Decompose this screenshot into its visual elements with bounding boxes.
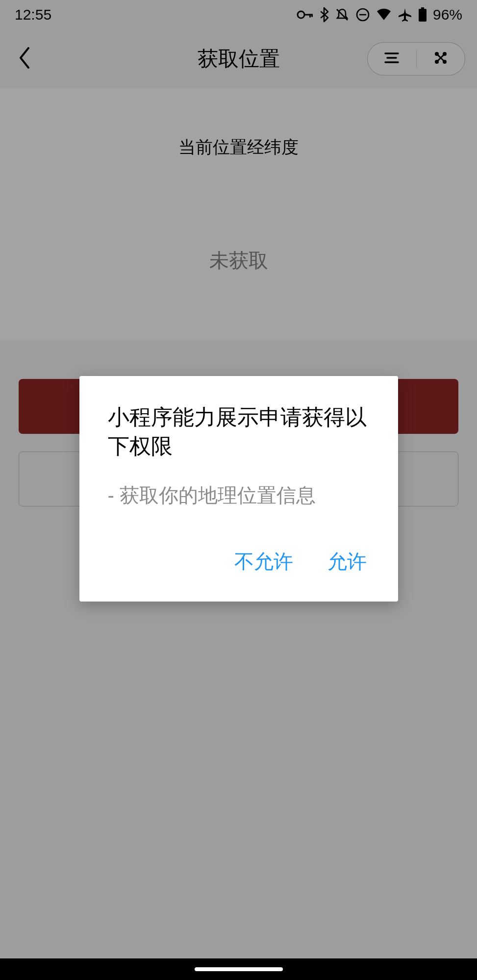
dialog-description: - 获取你的地理位置信息 xyxy=(108,482,370,508)
dialog-actions: 不允许 允许 xyxy=(108,546,370,577)
home-indicator[interactable] xyxy=(195,967,283,971)
system-nav-bar xyxy=(0,958,477,980)
screen: 12:55 96% xyxy=(0,0,477,980)
allow-button[interactable]: 允许 xyxy=(325,546,370,577)
permission-dialog: 小程序能力展示申请获得以下权限 - 获取你的地理位置信息 不允许 允许 xyxy=(79,376,398,602)
dialog-title: 小程序能力展示申请获得以下权限 xyxy=(108,402,370,461)
deny-button[interactable]: 不允许 xyxy=(231,546,296,577)
